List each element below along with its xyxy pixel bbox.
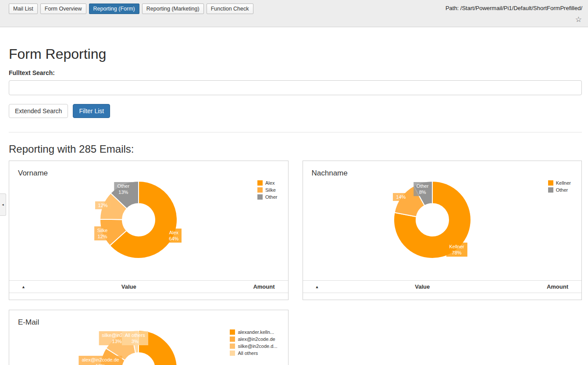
legend-item[interactable]: Silke [257,187,278,193]
chart-panel-nachname: NachnameKellner78%14%Other8%KellnerOther… [303,161,582,300]
fulltext-search-input[interactable] [9,80,582,95]
chart-panel-vorname: VornameAlex64%Silke12%12%Other13%AlexSil… [9,161,289,300]
sidebar-collapse-handle[interactable]: ◄ [0,193,6,216]
legend-swatch [257,194,263,200]
legend-label: Other [556,187,568,193]
legend-swatch [548,187,553,193]
slice-label: 14% [393,193,409,201]
legend-label: Silke [265,187,276,193]
legend-item[interactable]: alexander.kelln... [230,329,277,335]
tab-form-overview[interactable]: Form Overview [40,4,86,14]
slice-label: Kellner78% [446,243,467,257]
chart-panel-e-mail: E-Mailalex@in2code.de13%silke@in2co...13… [9,310,289,365]
bookmark-star-icon[interactable]: ☆ [575,16,582,24]
donut-chart: alex@in2code.de13%silke@in2co...13%All o… [9,329,288,365]
divider [9,132,582,132]
amount-column-header: Amount [516,283,581,290]
doc-header: Mail List Form Overview Reporting (Form)… [0,0,588,27]
chart-legend: alexander.kelln...alex@in2code.desilke@i… [230,329,277,358]
legend-label: Other [265,194,278,200]
legend-label: silke@in2code.d... [238,344,277,349]
sort-asc-icon[interactable]: ▲ [9,285,36,289]
extended-search-button[interactable]: Extended Search [9,104,68,118]
module-body: Form Reporting Fulltext Search: Extended… [0,27,588,365]
slice-label: All others3% [122,331,148,345]
page-path: Path: /Start/Powermail/Pi1/Default/Short… [445,5,582,11]
value-column-header: Value [329,283,516,290]
fulltext-search-label: Fulltext Search: [9,69,582,76]
tab-reporting-form[interactable]: Reporting (Form) [89,4,139,14]
legend-swatch [230,329,235,335]
tab-mail-list[interactable]: Mail List [9,4,38,14]
legend-label: alex@in2code.de [238,336,275,342]
amount-column-header: Amount [222,283,288,290]
legend-swatch [230,351,235,356]
legend-item[interactable]: Alex [257,180,278,186]
legend-label: All others [238,351,258,356]
legend-swatch [257,187,263,193]
legend-swatch [548,180,553,186]
slice-label: 12% [95,201,111,209]
legend-item[interactable]: Kellner [548,180,571,186]
charts-grid: VornameAlex64%Silke12%12%Other13%AlexSil… [9,161,582,365]
reporting-heading: Reporting with 285 Emails: [9,143,582,155]
donut-chart: Kellner78%14%Other8%KellnerOther [303,180,582,276]
slice-label: Other8% [413,182,432,196]
chart-title: E-Mail [9,316,288,327]
chart-legend: KellnerOther [548,180,571,194]
donut-chart: Alex64%Silke12%12%Other13%AlexSilkeOther [9,180,288,276]
value-column-header: Value [36,283,222,290]
legend-item[interactable]: Other [257,194,278,200]
filter-list-button[interactable]: Filter List [73,104,110,118]
page-title: Form Reporting [9,46,582,62]
tab-function-check[interactable]: Function Check [207,4,253,14]
legend-item[interactable]: silke@in2code.d... [230,344,277,349]
legend-label: Alex [265,180,274,186]
legend-item[interactable]: All others [230,351,277,356]
legend-swatch [257,180,263,186]
sort-asc-icon[interactable]: ▲ [303,285,329,289]
chart-title: Nachname [303,167,582,178]
table-header: ▲ValueAmount [303,280,582,293]
slice-label: Other13% [114,182,133,196]
legend-item[interactable]: Other [548,187,571,193]
chart-legend: AlexSilkeOther [257,180,278,201]
tab-reporting-marketing[interactable]: Reporting (Marketing) [142,4,204,14]
table-header: ▲ValueAmount [9,280,288,293]
legend-swatch [230,336,235,342]
slice-label: Silke12% [94,226,111,240]
slice-label: Alex64% [166,229,182,243]
chart-title: Vorname [9,167,288,178]
search-buttons: Extended Search Filter List [9,104,582,118]
legend-label: alexander.kelln... [238,329,274,335]
legend-item[interactable]: alex@in2code.de [230,336,277,342]
slice-label: alex@in2code.de13% [78,356,122,365]
legend-label: Kellner [556,180,571,186]
legend-swatch [230,344,235,349]
